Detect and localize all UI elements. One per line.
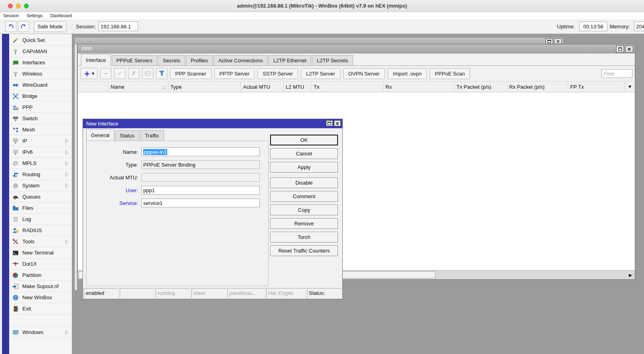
sidebar-item-capsman[interactable]: CAPsMAN: [9, 46, 72, 57]
torch-button[interactable]: Torch: [270, 232, 338, 243]
sidebar-item-label: Wireless: [22, 71, 42, 77]
enable-button[interactable]: ✓: [114, 68, 125, 79]
tab-pppoe-servers[interactable]: PPPoE Servers: [112, 55, 157, 66]
sidebar-item-make-supout[interactable]: Make Supout.rif: [9, 281, 72, 292]
sidebar-item-ipv6[interactable]: v6 IPv6: [9, 147, 72, 158]
redo-icon: [20, 24, 27, 30]
tab-interface[interactable]: Interface: [81, 54, 111, 66]
sidebar-item-partition[interactable]: Partition: [9, 270, 72, 281]
undo-button[interactable]: [5, 21, 16, 32]
sidebar-item-log[interactable]: Log: [9, 214, 72, 225]
comment-button[interactable]: [142, 68, 153, 79]
redo-button[interactable]: [18, 21, 29, 32]
copy-button[interactable]: Copy: [270, 205, 338, 215]
tab-l2tp-secrets[interactable]: L2TP Secrets: [312, 55, 353, 66]
ppp-maximize-button[interactable]: [616, 46, 624, 52]
tab-traffic[interactable]: Traffic: [140, 130, 164, 141]
ppp-close-button[interactable]: ×: [625, 46, 633, 52]
new-interface-dialog: New Interface × General Status Traffic N…: [83, 119, 343, 299]
background-window-maximize-button[interactable]: [545, 38, 553, 44]
safe-mode-button[interactable]: Safe Mode: [34, 21, 66, 32]
add-button[interactable]: +▼: [81, 68, 97, 79]
user-input[interactable]: ppp1: [141, 186, 260, 195]
ok-button[interactable]: OK: [270, 135, 338, 145]
filter-button[interactable]: [156, 68, 167, 79]
pptp-server-button[interactable]: PPTP Server: [214, 68, 255, 79]
sidebar-item-wireless[interactable]: Wireless: [9, 68, 72, 80]
l2tp-server-button[interactable]: L2TP Server: [301, 68, 340, 79]
sidebar-item-quick-set[interactable]: Quick Set: [9, 35, 72, 46]
sidebar-item-mpls[interactable]: MPLS: [9, 158, 72, 169]
column-tx[interactable]: Tx: [312, 82, 383, 92]
disable-button[interactable]: ✗: [128, 68, 139, 79]
sidebar-item-exit[interactable]: Exit: [9, 303, 72, 314]
switch-icon: [12, 115, 19, 122]
background-window-close-button[interactable]: ×: [554, 38, 562, 44]
menu-settings[interactable]: Settings: [27, 12, 43, 19]
tab-general[interactable]: General: [86, 129, 114, 141]
column-l2-mtu[interactable]: L2 MTU: [284, 82, 312, 92]
sidebar-item-system[interactable]: System: [9, 180, 72, 191]
column-actual-mtu[interactable]: Actual MTU: [241, 82, 284, 92]
service-input[interactable]: service1: [141, 199, 260, 207]
export-page-icon: [12, 283, 19, 290]
tab-profiles[interactable]: Profiles: [186, 55, 213, 66]
column-fp-tx[interactable]: FP Tx: [568, 82, 625, 92]
sidebar-item-bridge[interactable]: Bridge: [9, 91, 72, 102]
column-name[interactable]: Name: [109, 82, 168, 92]
ovpn-server-button[interactable]: OVPN Server: [343, 68, 385, 79]
reset-traffic-counters-button[interactable]: Reset Traffic Counters: [270, 245, 338, 256]
status-running: running: [156, 288, 191, 298]
scroll-right-arrow[interactable]: ▶: [626, 271, 634, 278]
sidebar-item-new-winbox[interactable]: New WinBox: [9, 292, 72, 303]
column-type[interactable]: Type: [168, 82, 241, 92]
tab-active-connections[interactable]: Active Connections: [213, 55, 267, 66]
session-input[interactable]: [99, 22, 138, 31]
cross-icon: ✗: [131, 71, 136, 77]
service-label: Service:: [88, 200, 138, 206]
tab-secrets[interactable]: Secrets: [158, 55, 185, 66]
sidebar-item-radius[interactable]: RADIUS: [9, 225, 72, 236]
sidebar-item-label: WireGuard: [22, 82, 47, 88]
column-tx-packet[interactable]: Tx Packet (p/s): [454, 82, 507, 92]
menu-dashboard[interactable]: Dashboard: [50, 12, 72, 19]
status-empty: [120, 288, 155, 298]
apply-button[interactable]: Apply: [270, 162, 338, 173]
sidebar-item-tools[interactable]: Tools: [9, 236, 72, 247]
tab-status[interactable]: Status: [115, 130, 139, 141]
column-selector-button[interactable]: ▼: [625, 82, 635, 92]
sidebar-item-files[interactable]: Files: [9, 203, 72, 214]
sidebar-item-routing[interactable]: Routing: [9, 169, 72, 180]
sidebar-item-queues[interactable]: Queues: [9, 191, 72, 203]
sidebar-item-switch[interactable]: Switch: [9, 113, 72, 124]
sidebar-item-windows[interactable]: Windows: [9, 327, 72, 338]
find-input[interactable]: [601, 69, 632, 78]
name-input[interactable]: pppoe-in1: [141, 147, 260, 156]
ppp-window-titlebar[interactable]: PPP ×: [78, 44, 635, 54]
import-ovpn-button[interactable]: Import .ovpn: [388, 68, 427, 79]
comment-button[interactable]: Comment: [270, 191, 338, 202]
tab-l2tp-ethernet[interactable]: L2TP Ethernet: [269, 55, 312, 66]
sidebar-item-mesh[interactable]: Mesh: [9, 124, 72, 135]
menu-session[interactable]: Session: [3, 12, 19, 19]
dialog-titlebar[interactable]: New Interface ×: [83, 119, 342, 128]
sidebar-item-dot1x[interactable]: Dot1X: [9, 259, 72, 270]
sstp-server-button[interactable]: SSTP Server: [257, 68, 298, 79]
cancel-button[interactable]: Cancel: [270, 148, 338, 159]
sidebar-item-wireguard[interactable]: WireGuard: [9, 80, 72, 91]
ppp-scanner-button[interactable]: PPP Scanner: [170, 68, 211, 79]
sidebar-item-interfaces[interactable]: Interfaces: [9, 57, 72, 68]
remove-button[interactable]: −: [100, 68, 111, 79]
sidebar-item-new-terminal[interactable]: New Terminal: [9, 247, 72, 259]
remove-button[interactable]: Remove: [270, 218, 338, 229]
dialog-close-button[interactable]: ×: [334, 120, 341, 126]
disable-button[interactable]: Disable: [270, 177, 338, 188]
submenu-arrow-icon: [65, 172, 69, 177]
dialog-maximize-button[interactable]: [326, 120, 333, 126]
sidebar-item-ip[interactable]: 255 IP: [9, 135, 72, 147]
sidebar-item-ppp[interactable]: PPP: [9, 102, 72, 113]
column-flags[interactable]: [78, 82, 109, 92]
pppoe-scan-button[interactable]: PPPoE Scan: [430, 68, 470, 79]
column-rx[interactable]: Rx: [383, 82, 454, 92]
column-rx-packet[interactable]: Rx Packet (p/s): [507, 82, 568, 92]
